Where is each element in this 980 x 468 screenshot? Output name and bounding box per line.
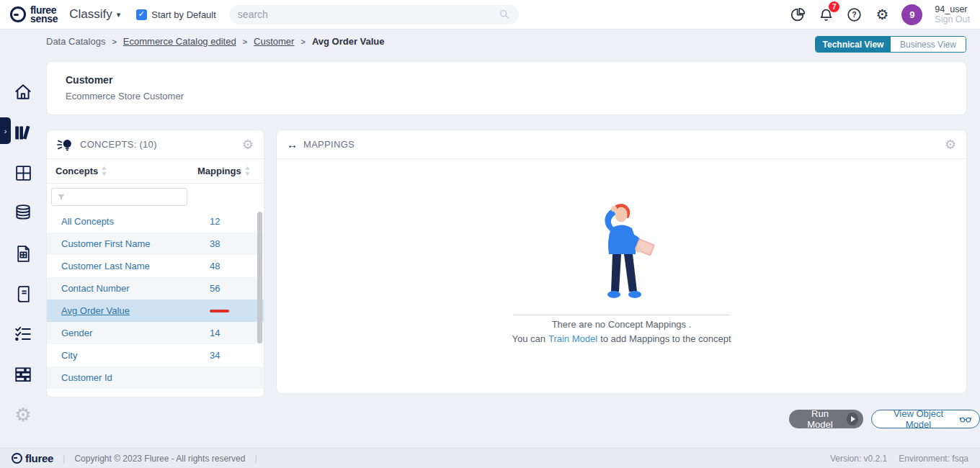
file-table-icon: [14, 245, 32, 263]
concept-row[interactable]: Customer First Name 38: [47, 233, 264, 255]
divider: [514, 315, 730, 315]
fluree-logo-icon: [10, 6, 26, 22]
empty-state-message: There are no Concept Mappings .: [552, 319, 692, 330]
technical-view-button[interactable]: Technical View: [816, 37, 891, 52]
version-label: Version: v0.2.1: [830, 454, 887, 464]
gear-icon[interactable]: ⚙: [242, 138, 254, 151]
empty-state: There are no Concept Mappings . You can …: [277, 202, 966, 344]
train-model-link[interactable]: Train Model: [548, 333, 597, 344]
settings-button[interactable]: ⚙: [873, 6, 891, 23]
concept-row[interactable]: Customer Last Name 48: [47, 255, 264, 277]
avatar[interactable]: 9: [901, 4, 922, 25]
start-by-default-option: Start by Default: [136, 9, 216, 20]
book-icon: [14, 285, 32, 303]
help-icon: ?: [847, 7, 862, 22]
sidebar-item-pipelines[interactable]: [0, 354, 46, 395]
pie-chart-icon: [790, 7, 806, 22]
mappings-column-header[interactable]: Mappings: [197, 166, 251, 176]
concept-filter-input[interactable]: [69, 192, 182, 202]
mappings-panel-title: MAPPINGS: [303, 139, 355, 150]
concepts-column-header[interactable]: Concepts: [55, 166, 107, 176]
sidebar-item-tables[interactable]: [0, 153, 46, 193]
footer: fluree | Copyright © 2023 Fluree - All r…: [0, 448, 980, 468]
action-bar: Run Model View Object Model: [789, 410, 980, 428]
mappings-panel: ↔ MAPPINGS ⚙: [276, 130, 967, 394]
mapping-loading-indicator: [210, 310, 229, 312]
fluree-sense-logo[interactable]: fluree sense: [10, 6, 58, 23]
sidebar-item-settings[interactable]: ⚙: [0, 395, 46, 435]
environment-label: Environment: fsqa: [899, 454, 968, 464]
library-icon: [14, 123, 33, 143]
brand-line2: sense: [30, 14, 58, 23]
empty-state-illustration: [575, 202, 669, 312]
search-input[interactable]: [238, 9, 499, 20]
sidebar-item-home[interactable]: [0, 72, 46, 112]
notifications-button[interactable]: 7: [817, 6, 834, 23]
double-arrow-icon: ↔: [287, 138, 298, 150]
chevron-right-icon: >: [243, 37, 247, 46]
checklist-icon: [14, 325, 32, 343]
funnel-icon: [57, 193, 66, 202]
breadcrumb: Data Catalogs > Ecommerce Catalog edited…: [46, 36, 385, 47]
sidebar-active-indicator[interactable]: ›: [0, 117, 11, 144]
start-by-default-checkbox[interactable]: [136, 9, 147, 20]
analytics-button[interactable]: [789, 6, 806, 23]
caret-down-icon: ▾: [117, 10, 121, 19]
breadcrumb-current: Avg Order Value: [312, 36, 385, 47]
concepts-list: All Concepts 12 Customer First Name 38 C…: [47, 210, 264, 397]
play-icon: [847, 413, 859, 426]
gear-icon: ⚙: [14, 405, 31, 424]
concepts-panel: CONCEPTS: (10) ⚙ Concepts Mappings All C…: [46, 130, 264, 397]
concepts-panel-title: CONCEPTS: (10): [80, 139, 157, 150]
sidebar-item-tasks[interactable]: [0, 314, 46, 354]
concept-row[interactable]: All Concepts 12: [47, 210, 264, 233]
view-object-model-button[interactable]: View Object Model: [871, 410, 980, 428]
breadcrumb-data-catalogs[interactable]: Data Catalogs: [46, 36, 105, 47]
concept-filter-box: [51, 188, 187, 206]
run-model-button[interactable]: Run Model: [789, 410, 863, 428]
copyright-text: Copyright © 2023 Fluree - All rights res…: [74, 454, 245, 464]
search-bar: [229, 5, 519, 24]
divider: |: [254, 453, 257, 464]
view-toggle: Technical View Business View: [815, 36, 966, 53]
glasses-icon: [959, 415, 972, 423]
sign-out-link[interactable]: Sign Out: [935, 14, 970, 24]
entity-title: Customer: [66, 74, 948, 86]
sidebar-item-datasets[interactable]: [0, 193, 46, 233]
concept-row[interactable]: Contact Number 56: [47, 277, 264, 300]
concept-row[interactable]: Date of Birth 11: [47, 389, 264, 397]
concept-row[interactable]: City 34: [47, 344, 264, 366]
bricks-icon: [14, 365, 32, 384]
bulb-icon: [57, 138, 74, 152]
home-icon: [14, 83, 32, 102]
start-by-default-label: Start by Default: [151, 9, 216, 20]
chevron-right-icon: >: [300, 37, 305, 46]
chevron-right-icon: >: [112, 37, 116, 46]
fluree-logo-icon: [12, 453, 22, 464]
business-view-button[interactable]: Business View: [891, 37, 966, 52]
breadcrumb-catalog-link[interactable]: Ecommerce Catalog edited: [123, 36, 236, 47]
sort-icon: [244, 166, 251, 176]
divider: |: [63, 453, 65, 464]
grid-icon: [14, 164, 32, 182]
help-button[interactable]: ?: [845, 6, 863, 23]
sidebar-item-glossary[interactable]: [0, 274, 46, 314]
breadcrumb-customer-link[interactable]: Customer: [254, 36, 294, 47]
svg-text:?: ?: [852, 10, 856, 19]
app-canvas: fluree sense Classify ▾ Start by Default…: [0, 0, 980, 468]
entity-subtitle: Ecommerce Store Customer: [66, 91, 948, 102]
concept-row-selected[interactable]: Avg Order Value: [47, 300, 264, 322]
username-label: 94_user: [935, 4, 970, 14]
empty-state-hint: You can Train Model to add Mappings to t…: [512, 333, 731, 344]
sidebar-item-documents[interactable]: [0, 233, 46, 274]
classify-menu[interactable]: Classify ▾: [69, 7, 120, 22]
footer-fluree-logo: fluree: [12, 452, 53, 464]
classify-menu-label: Classify: [69, 7, 112, 22]
database-icon: [14, 204, 32, 222]
gear-icon[interactable]: ⚙: [945, 138, 956, 151]
scrollbar-thumb[interactable]: [257, 212, 262, 343]
gear-icon: ⚙: [876, 7, 888, 22]
concept-row[interactable]: Customer Id: [47, 366, 264, 389]
top-header: fluree sense Classify ▾ Start by Default…: [0, 0, 980, 30]
concept-row[interactable]: Gender 14: [47, 322, 264, 344]
